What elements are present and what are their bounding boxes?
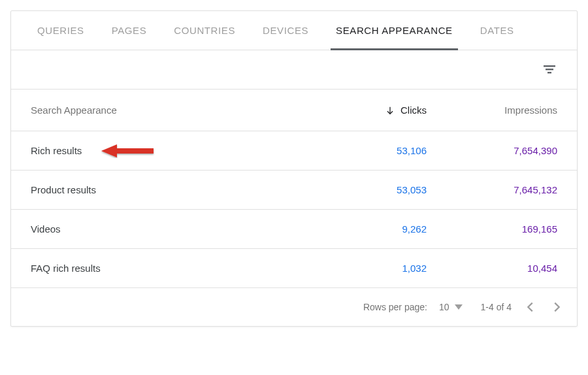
row-impressions: 10,454 xyxy=(427,263,557,274)
row-name: Rich results xyxy=(31,145,82,156)
row-impressions: 7,645,132 xyxy=(427,184,557,195)
tab-countries[interactable]: COUNTRIES xyxy=(174,11,235,50)
page-range-text: 1-4 of 4 xyxy=(481,302,512,312)
row-name: FAQ rich results xyxy=(31,263,101,274)
svg-rect-2 xyxy=(547,72,551,73)
row-clicks: 1,032 xyxy=(309,263,427,274)
table-row[interactable]: FAQ rich results1,03210,454 xyxy=(11,249,577,288)
table-row[interactable]: Videos9,262169,165 xyxy=(11,210,577,249)
svg-rect-0 xyxy=(544,65,555,67)
tab-search-appearance[interactable]: SEARCH APPEARANCE xyxy=(336,11,453,50)
svg-marker-5 xyxy=(101,144,117,157)
rows-per-page-value: 10 xyxy=(439,302,449,312)
rows-per-page-select[interactable]: 10 xyxy=(439,302,463,312)
tab-queries[interactable]: QUERIES xyxy=(37,11,84,50)
pagination-bar: Rows per page: 10 1-4 of 4 xyxy=(11,288,577,326)
svg-rect-1 xyxy=(546,69,553,70)
tabs-bar: QUERIES PAGES COUNTRIES DEVICES SEARCH A… xyxy=(11,11,577,50)
row-name: Videos xyxy=(31,223,61,235)
column-header-name[interactable]: Search Appearance xyxy=(31,105,309,116)
tab-dates[interactable]: DATES xyxy=(480,11,514,50)
table-header: Search Appearance Clicks Impressions xyxy=(11,90,577,131)
row-impressions: 169,165 xyxy=(427,223,557,235)
prev-page-button[interactable] xyxy=(523,300,538,314)
table-row[interactable]: Rich results53,1067,654,390 xyxy=(11,131,577,171)
tab-devices[interactable]: DEVICES xyxy=(263,11,308,50)
report-card: QUERIES PAGES COUNTRIES DEVICES SEARCH A… xyxy=(10,10,578,327)
column-header-clicks[interactable]: Clicks xyxy=(309,105,427,116)
dropdown-icon xyxy=(455,302,463,312)
row-name: Product results xyxy=(31,184,96,195)
filter-bar xyxy=(11,50,577,90)
next-page-button[interactable] xyxy=(549,300,564,314)
table-row[interactable]: Product results53,0537,645,132 xyxy=(11,171,577,210)
row-clicks: 9,262 xyxy=(309,223,427,235)
tab-pages[interactable]: PAGES xyxy=(112,11,147,50)
annotation-arrow-icon xyxy=(100,144,155,158)
filter-icon[interactable] xyxy=(542,62,557,78)
column-header-impressions[interactable]: Impressions xyxy=(427,105,557,116)
rows-per-page-label: Rows per page: xyxy=(363,302,427,312)
clicks-label: Clicks xyxy=(400,105,427,116)
svg-marker-6 xyxy=(455,304,463,310)
row-clicks: 53,106 xyxy=(309,145,427,156)
row-impressions: 7,654,390 xyxy=(427,145,557,156)
row-clicks: 53,053 xyxy=(309,184,427,195)
svg-rect-4 xyxy=(114,148,154,154)
sort-descending-icon xyxy=(385,105,395,116)
